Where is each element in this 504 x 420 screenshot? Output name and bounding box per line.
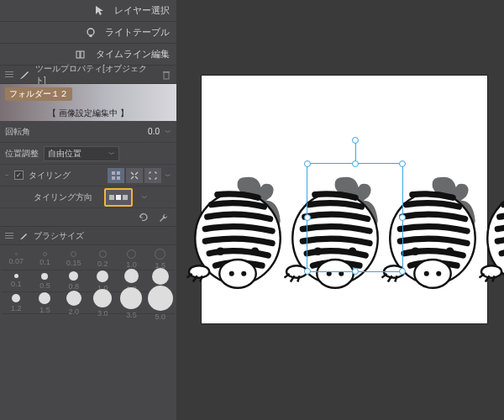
selection-box[interactable] bbox=[307, 163, 403, 272]
svg-rect-8 bbox=[112, 176, 115, 180]
brush-size-cell[interactable]: 0.1 bbox=[2, 274, 30, 288]
brush-size-cell[interactable]: 0.2 bbox=[88, 250, 117, 268]
brush-size-cell[interactable]: 5.0 bbox=[146, 286, 175, 321]
zebra-instance bbox=[479, 172, 504, 294]
position-row: 位置調整 自由位置 bbox=[0, 143, 176, 165]
brush-size-cell[interactable]: 1.5 bbox=[30, 292, 59, 314]
brush-size-cell[interactable]: 0.07 bbox=[2, 253, 30, 265]
folder-caption: 【 画像設定編集中 】 bbox=[0, 108, 176, 119]
property-footer bbox=[0, 208, 176, 227]
tiling-label: タイリング bbox=[29, 170, 71, 181]
resize-handle-sw[interactable] bbox=[304, 268, 311, 275]
tiling-mode-grid[interactable] bbox=[108, 168, 124, 183]
nav-label: タイムライン編集 bbox=[96, 48, 170, 60]
tiling-mode-buttons bbox=[108, 168, 171, 183]
brush-size-header[interactable]: ブラシサイズ bbox=[0, 227, 176, 245]
brush-icon bbox=[18, 231, 29, 241]
rotation-label: 回転角 bbox=[5, 126, 30, 138]
wrench-icon[interactable] bbox=[158, 212, 170, 223]
nav-label: レイヤー選択 bbox=[114, 4, 170, 17]
tiling-direction-button[interactable] bbox=[104, 188, 133, 207]
tiling-direction-label: タイリング方向 bbox=[34, 192, 92, 203]
resize-handle-nw[interactable] bbox=[304, 160, 311, 167]
svg-rect-4 bbox=[164, 72, 169, 79]
zebra-instance bbox=[186, 172, 289, 294]
brush-size-cell[interactable]: 0.8 bbox=[60, 271, 88, 291]
brush-size-cell[interactable]: 0.15 bbox=[60, 251, 88, 267]
rotation-handle[interactable] bbox=[352, 137, 359, 144]
brush-size-cell[interactable]: 3.0 bbox=[88, 289, 117, 318]
brush-size-cell[interactable]: 0.5 bbox=[30, 273, 59, 290]
tiling-mode-expand[interactable] bbox=[126, 168, 143, 183]
tiling-direction-row: タイリング方向 bbox=[0, 186, 176, 208]
brush-size-grid: 0.070.10.150.21.01.5 0.10.50.81.01.21.5 … bbox=[0, 245, 176, 318]
tiling-checkbox[interactable]: ✓ bbox=[14, 171, 24, 180]
canvas-area[interactable] bbox=[176, 0, 504, 420]
tiling-mode-corners[interactable] bbox=[144, 168, 161, 183]
position-label: 位置調整 bbox=[5, 148, 39, 160]
svg-rect-1 bbox=[90, 35, 92, 37]
reset-icon[interactable] bbox=[138, 212, 150, 223]
brush-size-cell[interactable]: 2.0 bbox=[60, 291, 88, 316]
rotation-value[interactable]: 0.0 bbox=[148, 127, 160, 136]
frames-icon bbox=[74, 47, 89, 62]
resize-handle-e[interactable] bbox=[399, 214, 406, 221]
resize-handle-se[interactable] bbox=[399, 268, 406, 275]
brush-icon bbox=[18, 69, 30, 81]
svg-point-0 bbox=[87, 29, 94, 35]
position-dropdown[interactable]: 自由位置 bbox=[44, 146, 119, 161]
svg-rect-6 bbox=[112, 171, 115, 175]
tiling-row: − ✓ タイリング bbox=[0, 165, 176, 186]
brush-size-cell[interactable]: 1.2 bbox=[2, 294, 30, 312]
brush-size-cell[interactable]: 1.0 bbox=[117, 249, 145, 269]
resize-handle-s[interactable] bbox=[352, 268, 359, 275]
cursor-arrow-icon bbox=[92, 3, 108, 18]
brush-size-cell[interactable]: 3.5 bbox=[117, 287, 145, 319]
panel-title: ツールプロパティ[オブジェクト] bbox=[35, 63, 156, 87]
lightbulb-icon bbox=[83, 25, 98, 40]
chevron-down-icon[interactable] bbox=[141, 192, 148, 202]
resize-handle-ne[interactable] bbox=[399, 160, 406, 167]
nav-layer-select[interactable]: レイヤー選択 bbox=[0, 0, 176, 22]
left-sidebar: レイヤー選択 ライトテーブル タイムライン編集 ツールプロパティ[オブジェクト]… bbox=[0, 0, 176, 420]
panel-title: ブラシサイズ bbox=[34, 230, 84, 242]
menu-icon[interactable] bbox=[5, 71, 13, 77]
rotation-row: 回転角 0.0 bbox=[0, 121, 176, 143]
folder-name: フォルダー１２ bbox=[5, 87, 72, 101]
svg-rect-2 bbox=[76, 51, 80, 58]
nav-label: ライトテーブル bbox=[105, 26, 170, 39]
chevron-down-icon bbox=[108, 149, 115, 159]
trash-icon[interactable] bbox=[161, 70, 171, 80]
svg-rect-5 bbox=[163, 71, 170, 73]
svg-rect-9 bbox=[117, 176, 120, 180]
resize-handle-n[interactable] bbox=[352, 160, 359, 167]
brush-size-cell[interactable]: 0.1 bbox=[30, 252, 59, 266]
brush-size-cell[interactable]: 1.5 bbox=[146, 249, 175, 270]
svg-rect-3 bbox=[81, 51, 84, 58]
expand-icon[interactable]: − bbox=[5, 171, 9, 179]
tool-property-header[interactable]: ツールプロパティ[オブジェクト] bbox=[0, 66, 176, 84]
chevron-down-icon[interactable] bbox=[165, 171, 171, 181]
nav-light-table[interactable]: ライトテーブル bbox=[0, 22, 176, 44]
resize-handle-w[interactable] bbox=[304, 214, 311, 221]
folder-preview[interactable]: フォルダー１２ 【 画像設定編集中 】 bbox=[0, 84, 176, 121]
menu-icon[interactable] bbox=[5, 233, 13, 239]
chevron-down-icon[interactable] bbox=[165, 127, 171, 137]
svg-rect-7 bbox=[117, 171, 120, 175]
